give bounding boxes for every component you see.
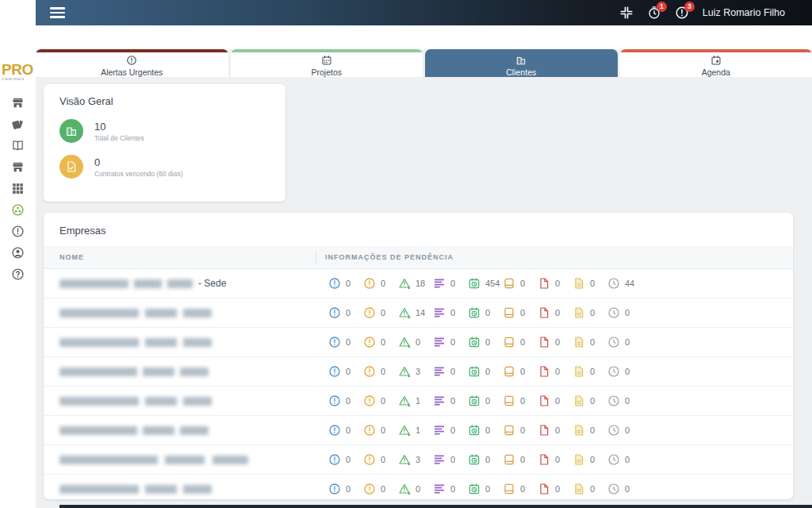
- pendency-count: 0: [555, 396, 560, 406]
- tab-alertas-urgentes[interactable]: Alertas Urgentes: [36, 49, 228, 77]
- company-name-cell[interactable]: [44, 309, 316, 318]
- pendency-count: 0: [625, 484, 630, 494]
- pendency-calendar-clock: 0: [468, 306, 503, 319]
- pendency-count: 0: [555, 308, 560, 318]
- table-row[interactable]: 0014000000: [44, 298, 793, 328]
- pendency-cell: 0018045400044: [316, 277, 642, 290]
- pendency-count: 0: [346, 308, 350, 318]
- company-name-cell[interactable]: [44, 338, 316, 347]
- table-row[interactable]: 003000000: [44, 445, 793, 475]
- sidebar-item-help[interactable]: [0, 264, 36, 285]
- sidebar-item-open-book[interactable]: [0, 135, 36, 156]
- user-name[interactable]: Luiz Romario Filho: [703, 7, 785, 18]
- pendency-warning-triangle: 3: [398, 365, 433, 378]
- pendency-count: 0: [381, 308, 385, 318]
- pendency-text-lines: 0: [433, 394, 468, 407]
- building-icon: [515, 55, 527, 66]
- compress-button[interactable]: [619, 6, 634, 20]
- layers-icon: [11, 117, 25, 131]
- calendar-clock-icon: [468, 306, 481, 319]
- column-header-nome[interactable]: NOME: [44, 253, 316, 261]
- pendency-count: 0: [346, 425, 350, 435]
- table-row[interactable]: 000000000: [44, 475, 793, 499]
- sidebar-item-layers[interactable]: [0, 114, 36, 135]
- pendency-warning-triangle: 1: [398, 394, 433, 407]
- timer-notifications-button[interactable]: 1: [647, 6, 661, 20]
- info-circle-icon: [328, 453, 341, 466]
- stat-contratos-vencendo: 0 Contratos vencendo (60 dias): [59, 155, 270, 179]
- sidebar-item-account[interactable]: [0, 242, 36, 264]
- company-name-cell[interactable]: - Sede: [44, 278, 316, 289]
- calendar-clock-icon: [468, 394, 481, 407]
- file-lines-icon: [573, 336, 585, 348]
- warning-triangle-icon: [398, 483, 411, 495]
- table-row[interactable]: - Sede0018045400044: [44, 269, 793, 298]
- pendency-count: 0: [381, 484, 385, 494]
- pendency-count: 0: [590, 367, 595, 376]
- table-row[interactable]: 001000000: [44, 416, 793, 445]
- pendency-count: 0: [590, 279, 595, 288]
- pendency-file-alert: 0: [538, 394, 573, 407]
- pendency-text-lines: 0: [433, 277, 468, 290]
- pendency-count: 0: [625, 367, 630, 376]
- pendency-warning-triangle: 14: [398, 306, 433, 319]
- sidebar-item-apps-grid[interactable]: [0, 178, 36, 199]
- warning-triangle-icon: [398, 306, 411, 319]
- company-name-cell[interactable]: [44, 456, 316, 464]
- table-row[interactable]: 000000000: [44, 328, 793, 357]
- pendency-warning-circle: 0: [363, 336, 398, 348]
- file-alert-icon: [538, 306, 550, 319]
- tab-clientes[interactable]: Clientes: [425, 49, 618, 77]
- alert-circle-icon: [11, 225, 25, 238]
- company-name-cell[interactable]: [44, 426, 316, 435]
- pendency-count: 0: [346, 337, 350, 347]
- pendency-file-alert: 0: [538, 306, 573, 319]
- pendency-count: 0: [590, 455, 595, 464]
- pendency-file-alert: 0: [538, 336, 573, 348]
- info-circle-icon: [328, 277, 341, 290]
- sidebar-item-storefront[interactable]: [0, 156, 36, 178]
- logo[interactable]: PRO PLATAFORMA IN: [2, 62, 36, 83]
- logo-title: PRO: [2, 62, 36, 77]
- pendency-file-alert: 0: [538, 453, 573, 466]
- tab-agenda[interactable]: Agenda: [620, 49, 812, 77]
- pendency-calendar-clock: 0: [468, 453, 503, 466]
- pendency-file-lines: 0: [573, 453, 607, 466]
- sidebar-item-alert-circle[interactable]: [0, 221, 36, 242]
- pendency-book: 0: [503, 336, 538, 348]
- book-icon: [503, 365, 515, 378]
- calendar-icon: [710, 55, 722, 66]
- company-name-cell[interactable]: [44, 485, 316, 494]
- pendency-count: 3: [416, 367, 420, 376]
- table-row[interactable]: 003000000: [44, 357, 793, 387]
- warning-triangle-icon: [398, 394, 411, 407]
- sidebar: PRO PLATAFORMA IN: [0, 0, 36, 508]
- pendency-clock: 0: [607, 483, 642, 495]
- company-name-redacted: [59, 485, 212, 494]
- pendency-book: 0: [503, 365, 538, 378]
- file-lines-icon: [573, 424, 585, 437]
- pendency-count: 0: [450, 337, 455, 347]
- pendency-cell: 000000000: [316, 336, 642, 348]
- pendency-cell: 003000000: [316, 365, 642, 378]
- pendency-count: 3: [416, 455, 420, 464]
- pendency-count: 0: [450, 308, 455, 318]
- company-name-cell[interactable]: [44, 397, 316, 406]
- tab-projetos[interactable]: Projetos: [231, 49, 423, 77]
- tab-label: Agenda: [702, 67, 730, 77]
- pendency-book: 0: [503, 394, 538, 407]
- hamburger-menu-button[interactable]: [45, 4, 70, 21]
- pendency-clock: 0: [607, 394, 642, 407]
- warning-circle-icon: [363, 424, 376, 437]
- tab-label: Clientes: [506, 67, 536, 77]
- sidebar-item-store[interactable]: [0, 92, 36, 114]
- warning-triangle-icon: [398, 424, 411, 437]
- sidebar-item-group[interactable]: [0, 199, 36, 221]
- pendency-warning-triangle: 0: [398, 336, 433, 348]
- pendency-text-lines: 0: [433, 453, 468, 466]
- table-row[interactable]: 001000000: [44, 387, 793, 416]
- pendency-warning-triangle: 18: [398, 277, 433, 290]
- alert-notifications-button[interactable]: 3: [675, 6, 689, 20]
- clock-icon: [607, 277, 620, 290]
- company-name-cell[interactable]: [44, 368, 316, 376]
